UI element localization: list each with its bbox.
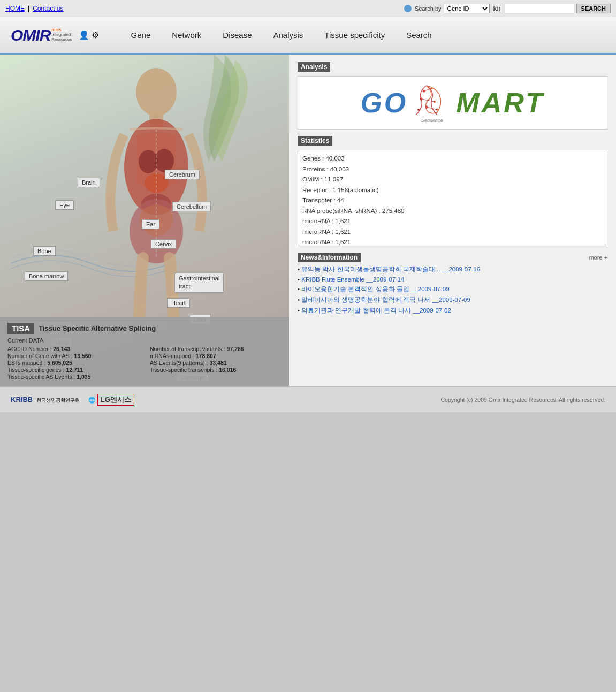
nav-search[interactable]: Search (406, 31, 432, 40)
footer-logos: KRIBB 한국생명공학연구원 🌐 LG엔시스 (11, 394, 134, 406)
stats-box[interactable]: Genes : 40,003 Proteins : 40,003 OMIM : … (298, 150, 607, 246)
news-header: News&Information (298, 253, 361, 262)
label-brain[interactable]: Brain (78, 178, 100, 187)
lg-logo: LG엔시스 (97, 394, 134, 406)
anatomy-panel: Brain Cerebrum Eye Cerebellum Ear Bone C… (0, 55, 289, 386)
label-eye[interactable]: Eye (55, 200, 74, 210)
search-bar: Search by Gene ID Gene Name Protein Dise… (404, 4, 611, 13)
nav-gene[interactable]: Gene (131, 31, 151, 40)
svg-point-0 (136, 68, 177, 116)
label-cerebellum[interactable]: Cerebellum (172, 202, 211, 211)
svg-line-17 (421, 99, 435, 102)
tisa-mrna-mapped: mRNAs mapped : 178,807 (150, 353, 282, 359)
search-input[interactable] (505, 4, 574, 13)
main: Brain Cerebrum Eye Cerebellum Ear Bone C… (0, 55, 616, 386)
tisa-badge: TISA (7, 323, 34, 334)
go-text: GO (360, 87, 408, 119)
nav-analysis[interactable]: Analysis (273, 31, 303, 40)
tisa-tissue-transcripts: Tissue-specific transcripts : 16,016 (150, 367, 282, 373)
tisa-tissue-as: Tissue-specific AS Events : 1,035 (7, 374, 139, 380)
search-button[interactable]: SEARCH (576, 4, 611, 13)
logo-area: OMIR mics Integrated Resources 👤 ⚙ (11, 26, 99, 44)
label-gastrointestinal[interactable]: Gastrointestinaltract (174, 273, 224, 293)
news-item-1: 유익동 박사 한국미생물생명공학회 국제학술대... __2009-07-16 (298, 265, 607, 273)
label-bone-marrow[interactable]: Bone marrow (25, 271, 68, 281)
label-ear[interactable]: Ear (142, 219, 159, 229)
nav-disease[interactable]: Disease (223, 31, 252, 40)
tisa-transcript-variants: Number of transcript variants : 97,286 (150, 346, 282, 352)
stats-header: Statistics (298, 136, 332, 146)
mart-text: MART (456, 87, 544, 119)
news-link-1[interactable]: 유익동 박사 한국미생물생명공학회 국제학술대... __2009-07-16 (301, 266, 480, 272)
user-icon: 👤 (79, 30, 89, 40)
tisa-data: AGC ID Number : 26,143 Number of transcr… (7, 346, 282, 380)
news-link-2[interactable]: KRIBB Flute Ensemble __2009-07-14 (301, 276, 404, 283)
search-type-select[interactable]: Gene ID Gene Name Protein Disease (444, 4, 490, 13)
logo-text: OMIR (11, 26, 50, 44)
stats-microrna2: microRNA : 1,621 (302, 227, 603, 238)
sequence-area: Sequence (408, 81, 456, 124)
search-by-label: Search by (404, 5, 442, 12)
header: OMIR mics Integrated Resources 👤 ⚙ Gene … (0, 17, 616, 55)
kribb-logo: KRIBB 한국생명공학연구원 (11, 396, 80, 404)
settings-icon: ⚙ (92, 30, 99, 40)
news-more-link[interactable]: more + (589, 254, 607, 261)
news-list: 유익동 박사 한국미생물생명공학회 국제학술대... __2009-07-16 … (298, 265, 607, 315)
tisa-gene-as: Number of Gene with AS : 13,560 (7, 353, 139, 359)
sequence-label: Sequence (421, 118, 443, 123)
nav: Gene Network Disease Analysis Tissue spe… (131, 31, 432, 40)
news-link-4[interactable]: 말레이시아와 생명공학분야 협력에 적극 나서 __2009-07-09 (301, 296, 470, 303)
nav-network[interactable]: Network (172, 31, 201, 40)
label-cerebrum[interactable]: Cerebrum (165, 170, 200, 179)
svg-point-4 (155, 149, 174, 172)
top-links: HOME | Contact us (5, 5, 64, 12)
news-item-5: 의료기관과 연구개발 협력에 본격 나서 __2009-07-02 (298, 307, 607, 315)
analysis-section: Analysis GO (298, 62, 607, 130)
stats-microrna3: microRNA : 1,621 (302, 237, 603, 246)
go-mart-area: GO (298, 76, 607, 130)
label-cervix[interactable]: Cervix (151, 239, 176, 249)
svg-point-15 (417, 109, 420, 111)
stats-transpoter: Transpoter : 44 (302, 195, 603, 206)
stats-genes: Genes : 40,003 (302, 154, 603, 164)
contact-link[interactable]: Contact us (33, 5, 63, 12)
nav-tissue[interactable]: Tissue specificity (324, 31, 385, 40)
stats-proteins: Proteins : 40,003 (302, 164, 603, 175)
stats-microrna1: microRNA : 1,621 (302, 216, 603, 227)
stats-rnai: RNAiprobe(siRNA, shRNA) : 275,480 (302, 206, 603, 217)
for-label: for (493, 5, 501, 12)
home-link[interactable]: HOME (5, 5, 25, 12)
stats-omim: OMIM : 11,097 (302, 174, 603, 185)
top-bar: HOME | Contact us Search by Gene ID Gene… (0, 0, 616, 17)
analysis-header: Analysis (298, 62, 330, 72)
tisa-current-label: Current DATA (7, 337, 282, 344)
lg-logo-area: 🌐 LG엔시스 (88, 394, 134, 406)
tisa-panel: TISA Tissue Specific Alternative Splicin… (0, 317, 289, 386)
label-heart[interactable]: Heart (167, 298, 190, 308)
right-panel: Analysis GO (289, 55, 616, 386)
label-bone[interactable]: Bone (33, 246, 56, 256)
news-item-4: 말레이시아와 생명공학분야 협력에 적극 나서 __2009-07-09 (298, 296, 607, 304)
footer-copyright: Copyright (c) 2009 Omir Integrated Resou… (440, 397, 605, 403)
news-link-5[interactable]: 의료기관과 연구개발 협력에 본격 나서 __2009-07-02 (301, 307, 451, 314)
tisa-placeholder (150, 374, 282, 380)
tisa-as-events: AS Events(9 patterns) : 33,481 (150, 360, 282, 366)
news-link-3[interactable]: 바이오융합기술 본격적인 상용화 돌입 __2009-07-09 (301, 286, 449, 292)
footer: KRIBB 한국생명공학연구원 🌐 LG엔시스 Copyright (c) 20… (0, 386, 616, 412)
lg-icon: 🌐 (88, 397, 96, 404)
tisa-title: Tissue Specific Alternative Splicing (39, 324, 156, 332)
news-section: News&Information more + 유익동 박사 한국미생물생명공학… (298, 253, 607, 315)
stats-section: Statistics Genes : 40,003 Proteins : 40,… (298, 136, 607, 246)
separator: | (28, 5, 29, 12)
news-item-3: 바이오융합기술 본격적인 상용화 돌입 __2009-07-09 (298, 285, 607, 293)
news-item-2: KRIBB Flute Ensemble __2009-07-14 (298, 276, 607, 283)
tisa-tissue-genes: Tissue-specific genes : 12,711 (7, 367, 139, 373)
tisa-agc-id: AGC ID Number : 26,143 (7, 346, 139, 352)
news-header-row: News&Information more + (298, 253, 607, 262)
stats-receptor: Receptor : 1,156(automatic) (302, 185, 603, 196)
tisa-ests-mapped: ESTs mapped : 5,605,025 (7, 360, 139, 366)
